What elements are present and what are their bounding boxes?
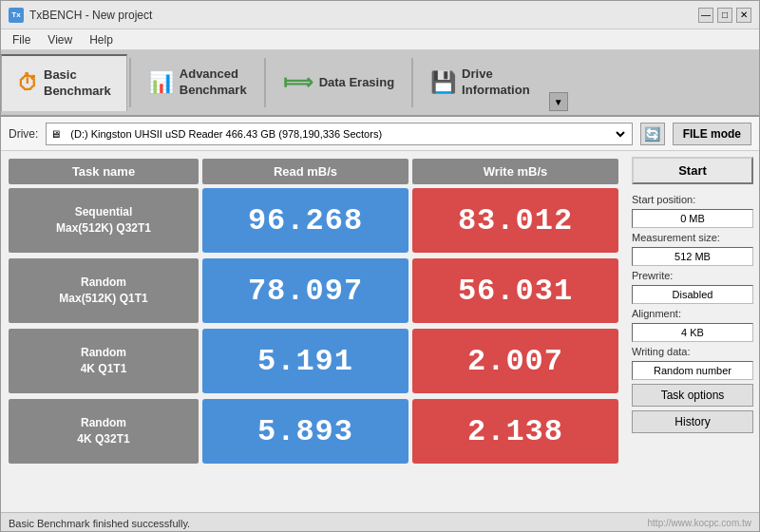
table-row: Random 4K Q1T1 5.191 2.007 (9, 329, 618, 393)
start-position-value: 0 MB (632, 209, 753, 228)
menu-view[interactable]: View (40, 31, 80, 48)
menu-help[interactable]: Help (82, 31, 121, 48)
minimize-button[interactable]: — (698, 8, 713, 23)
close-button[interactable]: ✕ (736, 8, 751, 23)
refresh-drive-button[interactable]: 🔄 (640, 123, 665, 145)
status-bar: Basic Benchmark finished successfully. h… (1, 512, 759, 532)
erasing-line1: Data Erasing (319, 75, 394, 89)
alignment-label: Alignment: (632, 308, 753, 319)
basic-line2: Benchmark (44, 84, 111, 98)
drive-line2: Information (462, 83, 530, 97)
table-rows: Sequential Max(512K) Q32T1 96.268 83.012… (9, 188, 618, 464)
toolbar-sep-3 (411, 58, 413, 107)
table-header: Task name Read mB/s Write mB/s (9, 159, 618, 184)
cell-read-random-512k: 78.097 (202, 258, 408, 323)
task-options-button[interactable]: Task options (632, 384, 753, 407)
measurement-size-value: 512 MB (632, 247, 753, 266)
cell-write-sequential: 83.012 (412, 188, 618, 253)
cell-write-random-4k-q1: 2.007 (412, 329, 618, 393)
tab-advanced-benchmark[interactable]: 📊 Advanced Benchmark (133, 54, 262, 111)
menu-file[interactable]: File (5, 31, 38, 48)
title-text: TxBENCH - New project (29, 9, 152, 22)
chart-icon: 📊 (148, 70, 174, 95)
drive-bar: Drive: 🖥 (D:) Kingston UHSII uSD Reader … (1, 117, 759, 151)
drive-icon: 🖥 (50, 128, 61, 140)
table-row: Random 4K Q32T1 5.893 2.138 (9, 399, 618, 464)
measurement-size-label: Measurement size: (632, 232, 753, 243)
file-mode-button[interactable]: FILE mode (673, 123, 751, 145)
history-button[interactable]: History (632, 410, 753, 433)
col-task-name: Task name (9, 159, 199, 184)
prewrite-value: Disabled (632, 285, 753, 304)
drive-line1: Drive (462, 66, 493, 81)
menu-bar: File View Help (1, 29, 759, 50)
row-label-random-512k: Random Max(512K) Q1T1 (9, 258, 199, 323)
drive-dropdown[interactable]: (D:) Kingston UHSII uSD Reader 466.43 GB… (66, 127, 627, 141)
row-label-random-4k-q1: Random 4K Q1T1 (9, 329, 199, 393)
title-bar-left: Tx TxBENCH - New project (9, 8, 152, 23)
tab-basic-benchmark[interactable]: ⏱ Basic Benchmark (1, 54, 127, 111)
toolbar-dropdown[interactable]: ▼ (545, 54, 572, 111)
col-write: Write mB/s (412, 159, 618, 184)
toolbar-sep-2 (264, 58, 266, 107)
cell-read-random-4k-q1: 5.191 (202, 329, 408, 393)
toolbar: ⏱ Basic Benchmark 📊 Advanced Benchmark ⟾… (1, 50, 759, 117)
cell-write-random-4k-q32: 2.138 (412, 399, 618, 464)
advanced-line2: Benchmark (180, 83, 247, 97)
app-icon: Tx (9, 8, 24, 23)
right-panel: Start Start position: 0 MB Measurement s… (626, 151, 759, 512)
tab-drive-information[interactable]: 💾 Drive Information (415, 54, 545, 111)
prewrite-label: Prewrite: (632, 270, 753, 281)
main-content: Task name Read mB/s Write mB/s Sequentia… (1, 151, 759, 512)
start-position-label: Start position: (632, 194, 753, 205)
row-label-sequential: Sequential Max(512K) Q32T1 (9, 188, 199, 253)
dropdown-arrow[interactable]: ▼ (549, 92, 568, 111)
watermark: http://www.kocpc.com.tw (648, 518, 751, 528)
writing-data-value: Random number (632, 361, 753, 380)
table-row: Random Max(512K) Q1T1 78.097 56.031 (9, 258, 618, 323)
advanced-line1: Advanced (180, 66, 238, 81)
writing-data-label: Writing data: (632, 346, 753, 357)
drive-select-container[interactable]: 🖥 (D:) Kingston UHSII uSD Reader 466.43 … (46, 123, 632, 145)
window-controls[interactable]: — □ ✕ (698, 8, 751, 23)
col-read: Read mB/s (202, 159, 408, 184)
cell-write-random-512k: 56.031 (412, 258, 618, 323)
row-label-random-4k-q32: Random 4K Q32T1 (9, 399, 199, 464)
table-area: Task name Read mB/s Write mB/s Sequentia… (1, 151, 626, 512)
drive-label: Drive: (9, 127, 38, 141)
drive-info-icon: 💾 (430, 70, 456, 95)
start-button[interactable]: Start (632, 157, 753, 184)
table-row: Sequential Max(512K) Q32T1 96.268 83.012 (9, 188, 618, 253)
cell-read-random-4k-q32: 5.893 (202, 399, 408, 464)
title-bar: Tx TxBENCH - New project — □ ✕ (1, 1, 759, 29)
tab-data-erasing[interactable]: ⟾ Data Erasing (268, 54, 409, 111)
cell-read-sequential: 96.268 (202, 188, 408, 253)
status-message: Basic Benchmark finished successfully. (9, 518, 190, 529)
clock-icon: ⏱ (17, 71, 38, 96)
basic-line1: Basic (44, 67, 77, 82)
maximize-button[interactable]: □ (717, 8, 732, 23)
toolbar-sep-1 (129, 58, 131, 107)
alignment-value: 4 KB (632, 323, 753, 342)
erase-icon: ⟾ (283, 70, 314, 95)
